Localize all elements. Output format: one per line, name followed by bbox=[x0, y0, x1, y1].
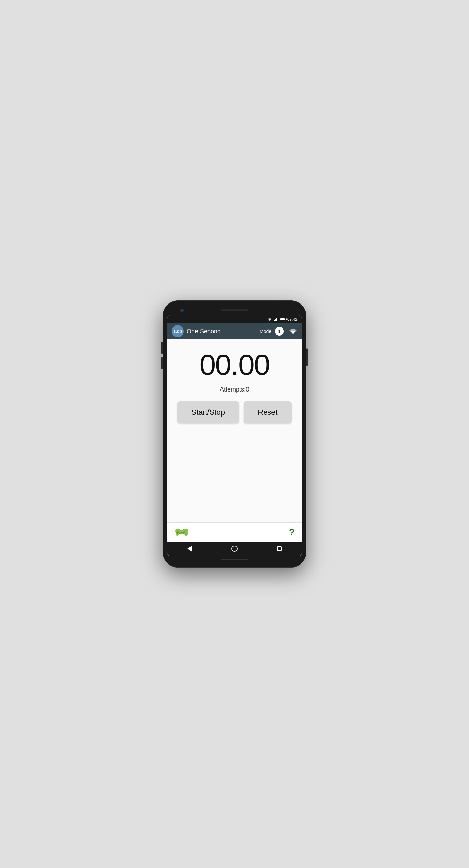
bottom-ad-bar: ? bbox=[167, 522, 302, 542]
svg-rect-3 bbox=[278, 317, 278, 321]
wifi-status-icon bbox=[267, 317, 272, 321]
main-content: 00.00 Attempts:0 Start/Stop Reset bbox=[167, 339, 302, 522]
svg-point-8 bbox=[184, 533, 185, 534]
camera bbox=[180, 309, 184, 312]
nav-recent-button[interactable] bbox=[274, 544, 284, 554]
vol-up-button[interactable] bbox=[161, 342, 163, 354]
phone-top-bar bbox=[167, 305, 302, 315]
svg-rect-2 bbox=[276, 318, 277, 321]
gamepad-icon[interactable] bbox=[174, 527, 189, 538]
home-icon bbox=[231, 546, 238, 552]
buttons-row: Start/Stop Reset bbox=[167, 401, 302, 423]
svg-rect-11 bbox=[182, 532, 183, 533]
mode-label: Mode: bbox=[259, 328, 273, 334]
app-title: One Second bbox=[187, 328, 259, 335]
svg-point-7 bbox=[185, 532, 186, 533]
app-icon-text: 1.00 bbox=[173, 329, 182, 334]
vol-down-button[interactable] bbox=[161, 357, 163, 369]
recent-icon bbox=[277, 546, 282, 551]
status-time: 09:42 bbox=[287, 317, 297, 321]
reset-button[interactable]: Reset bbox=[244, 401, 292, 423]
attempts-label: Attempts:0 bbox=[220, 386, 249, 393]
svg-point-12 bbox=[179, 533, 181, 534]
nav-home-button[interactable] bbox=[229, 544, 240, 554]
svg-rect-1 bbox=[275, 319, 276, 321]
mode-badge[interactable]: 1 bbox=[275, 327, 284, 336]
start-stop-button[interactable]: Start/Stop bbox=[177, 401, 239, 423]
svg-point-6 bbox=[184, 531, 185, 532]
app-logo-icon: 1.00 bbox=[172, 325, 184, 337]
signal-status-icon bbox=[274, 317, 278, 321]
timer-display: 00.00 bbox=[199, 350, 269, 379]
app-bar: 1.00 One Second Mode: 1 bbox=[167, 323, 302, 339]
help-button[interactable]: ? bbox=[289, 527, 295, 538]
speaker bbox=[221, 309, 248, 311]
phone-bottom-bar bbox=[167, 556, 302, 563]
nav-back-button[interactable] bbox=[185, 544, 195, 554]
status-bar: 09:42 bbox=[167, 315, 302, 323]
power-button[interactable] bbox=[306, 348, 308, 366]
svg-point-13 bbox=[183, 533, 184, 534]
phone-screen: 09:42 1.00 One Second Mode: 1 00.00 Atte… bbox=[167, 315, 302, 556]
nav-bar bbox=[167, 542, 302, 556]
status-icons: 09:42 bbox=[267, 317, 297, 321]
mode-value: 1 bbox=[278, 329, 280, 334]
svg-rect-10 bbox=[181, 532, 182, 533]
svg-rect-5 bbox=[176, 532, 179, 533]
bottom-indicator bbox=[221, 559, 248, 560]
svg-rect-0 bbox=[274, 320, 275, 321]
phone-frame: 09:42 1.00 One Second Mode: 1 00.00 Atte… bbox=[163, 300, 306, 568]
battery-status-icon bbox=[280, 318, 286, 321]
wifi-app-icon[interactable] bbox=[289, 328, 297, 335]
back-icon bbox=[187, 546, 192, 552]
